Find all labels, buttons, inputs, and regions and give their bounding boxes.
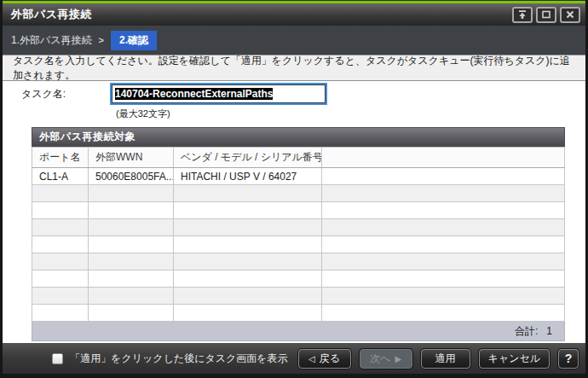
breadcrumb-step-2-active: 2.確認 xyxy=(111,31,157,50)
reconnect-target-table: 外部パス再接続対象 ポート名 外部WWN ベンダ / モデル / シリアル番号 … xyxy=(32,127,565,341)
cell-empty xyxy=(322,219,565,236)
close-icon xyxy=(565,9,575,20)
footer-action-bar: 「適用」をクリックした後にタスク画面を表示 ◁ 戻る 次へ ▶ 適用 キャンセル… xyxy=(3,343,585,378)
dialog-title: 外部パス再接続 xyxy=(11,7,509,22)
cell-empty xyxy=(322,185,565,202)
cell-empty xyxy=(32,288,89,305)
cell-empty xyxy=(322,168,565,185)
cell-empty xyxy=(322,305,565,322)
maximize-icon xyxy=(541,9,551,20)
rollup-icon xyxy=(517,9,527,20)
show-task-screen-label: 「適用」をクリックした後にタスク画面を表示 xyxy=(70,352,287,366)
breadcrumb: 1.外部パス再接続 > 2.確認 xyxy=(3,26,585,55)
table-row-empty xyxy=(32,236,565,253)
cell-empty xyxy=(89,270,174,288)
table-header-row: ポート名 外部WWN ベンダ / モデル / シリアル番号 xyxy=(32,148,565,168)
table-row-empty xyxy=(32,253,565,270)
cell-port-name: CL1-A xyxy=(32,168,89,185)
cell-empty xyxy=(174,219,322,236)
table-row-empty xyxy=(32,305,565,322)
maximize-button[interactable] xyxy=(536,7,556,23)
back-arrow-icon: ◁ xyxy=(308,354,315,363)
cell-empty xyxy=(32,236,89,253)
table-row-empty xyxy=(32,219,565,236)
table-row-empty xyxy=(32,288,565,305)
cell-empty xyxy=(174,253,322,270)
cell-empty xyxy=(89,305,174,322)
cell-empty xyxy=(322,253,565,270)
total-value: 1 xyxy=(546,325,552,337)
title-bar: 外部パス再接続 xyxy=(3,3,585,26)
cell-empty xyxy=(89,253,174,270)
show-task-screen-checkbox[interactable] xyxy=(52,353,63,364)
cell-empty xyxy=(32,219,89,236)
cell-empty xyxy=(322,236,565,253)
cell-empty xyxy=(89,236,174,253)
reconnect-external-paths-dialog: 外部パス再接続 1.外部パス再接続 xyxy=(0,0,588,378)
content-area: タスク名: 140704-ReconnectExternalPaths (最大3… xyxy=(3,81,585,343)
cell-empty xyxy=(32,185,89,202)
next-arrow-icon: ▶ xyxy=(395,354,401,363)
total-label: 合計: xyxy=(515,324,538,339)
column-header-empty xyxy=(322,148,565,168)
apply-button[interactable]: 適用 xyxy=(421,349,470,369)
cell-external-wwn: 50060E8005FA... xyxy=(89,168,174,185)
breadcrumb-step-1: 1.外部パス再接続 xyxy=(11,33,92,48)
table-body: CL1-A 50060E8005FA... HITACHI / USP V / … xyxy=(32,168,565,322)
cell-empty xyxy=(89,219,174,236)
task-name-max-length-hint: (最大32文字) xyxy=(116,108,585,120)
task-name-selected-text: 140704-ReconnectExternalPaths xyxy=(115,88,273,100)
cell-empty xyxy=(174,270,322,288)
show-task-screen-checkbox-row: 「適用」をクリックした後にタスク画面を表示 xyxy=(52,352,287,366)
back-button[interactable]: ◁ 戻る xyxy=(298,349,351,369)
cell-empty xyxy=(174,288,322,305)
next-button[interactable]: 次へ ▶ xyxy=(360,349,412,369)
table-row: CL1-A 50060E8005FA... HITACHI / USP V / … xyxy=(32,168,565,185)
cell-empty xyxy=(32,253,89,270)
cell-empty xyxy=(174,236,322,253)
cell-empty xyxy=(89,288,174,305)
cancel-button[interactable]: キャンセル xyxy=(479,349,550,369)
cell-empty xyxy=(32,202,89,219)
cell-empty xyxy=(174,202,322,219)
cell-empty xyxy=(32,270,89,288)
column-header-external-wwn: 外部WWN xyxy=(89,148,174,168)
instruction-bar: タスク名を入力してください。設定を確認して「適用」をクリックすると、タスクがタス… xyxy=(3,55,585,81)
instruction-text: タスク名を入力してください。設定を確認して「適用」をクリックすると、タスクがタス… xyxy=(13,54,575,83)
cell-empty xyxy=(322,202,565,219)
column-header-vendor-model-serial: ベンダ / モデル / シリアル番号 xyxy=(174,148,322,168)
task-name-label: タスク名: xyxy=(21,87,112,102)
table-row-empty xyxy=(32,270,565,288)
cell-empty xyxy=(89,185,174,202)
help-button[interactable]: ? xyxy=(558,349,579,369)
cell-empty xyxy=(174,185,322,202)
rollup-button[interactable] xyxy=(512,7,533,23)
table-title: 外部パス再接続対象 xyxy=(32,127,565,147)
close-button[interactable] xyxy=(560,7,580,23)
breadcrumb-separator: > xyxy=(99,35,104,45)
cell-empty xyxy=(174,305,322,322)
cell-empty xyxy=(322,270,565,288)
table-row-empty xyxy=(32,202,565,219)
column-header-port-name: ポート名 xyxy=(32,148,89,168)
cell-empty xyxy=(322,288,565,305)
cell-vendor-model-serial: HITACHI / USP V / 64027 xyxy=(174,168,322,185)
table-total-bar: 合計: 1 xyxy=(32,322,565,341)
cell-empty xyxy=(32,305,89,322)
table-row-empty xyxy=(32,185,565,202)
task-name-input[interactable]: 140704-ReconnectExternalPaths xyxy=(112,84,326,103)
cell-empty xyxy=(89,202,174,219)
